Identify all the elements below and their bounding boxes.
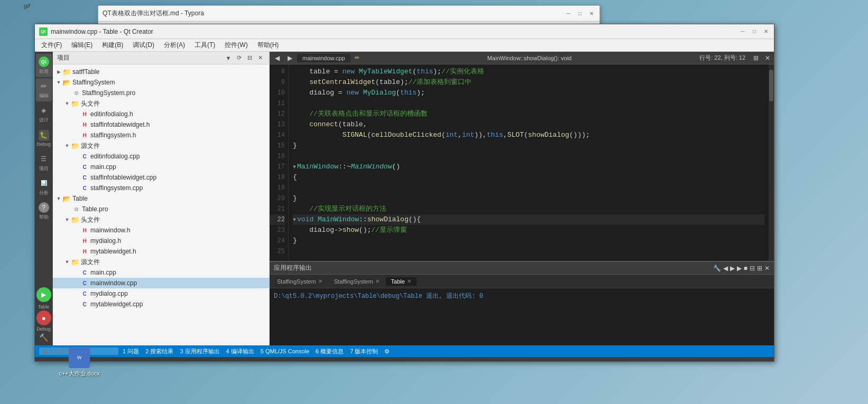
tree-sources-2[interactable]: ▼ 📁 源文件 xyxy=(53,257,269,267)
menu-help[interactable]: 帮助(H) xyxy=(253,40,283,51)
editor-file-tab[interactable]: mainwindow.cpp xyxy=(297,54,350,62)
tree-StaffingSystem[interactable]: ▼ 📂 StaffingSystem xyxy=(53,77,269,88)
Table-pro-label: Table.pro xyxy=(82,205,108,213)
code-content[interactable]: table = new MyTableWidget(this);//实例化表格 … xyxy=(289,64,769,261)
forward-btn[interactable]: ▶ xyxy=(284,53,295,63)
sidebar-design[interactable]: ◈ 设计 xyxy=(36,102,52,126)
status-settings-btn[interactable]: ⚙ xyxy=(382,348,392,355)
tab-staffingsystem-1-close[interactable]: ✕ xyxy=(318,278,322,284)
split-btn[interactable]: ⊞ xyxy=(751,53,761,63)
close-panel-btn[interactable]: ✕ xyxy=(255,53,265,63)
tree-staffinfotablewidget-h[interactable]: H staffinfotablewidget.h xyxy=(53,119,269,130)
tree-staffinfotablewidget-cpp[interactable]: C staffinfotablewidget.cpp xyxy=(53,172,269,183)
menu-tools[interactable]: 工具(T) xyxy=(190,40,219,51)
tree-headers-1[interactable]: ▼ 📁 头文件 xyxy=(53,98,269,109)
tree-staffingsystem-cpp[interactable]: C staffingsystem.cpp xyxy=(53,183,269,193)
headers-1-folder-icon: 📁 xyxy=(71,99,79,108)
tree-main-cpp-2[interactable]: C main.cpp xyxy=(53,267,269,278)
editor-close-btn[interactable]: ✕ xyxy=(763,54,772,62)
output-tab-staffingsystem-1[interactable]: StaffingSystem ✕ xyxy=(272,277,328,286)
tree-StaffingSystem-pro[interactable]: ⚙ StaffingSystem.pro xyxy=(53,88,269,98)
sync-btn[interactable]: ⟳ xyxy=(234,53,244,63)
cpp-file-icon-6: C xyxy=(80,279,89,287)
tree-sources-1[interactable]: ▼ 📁 源文件 xyxy=(53,140,269,151)
menu-edit[interactable]: 编辑(E) xyxy=(67,40,97,51)
sidebar-analyze[interactable]: 📊 分析 xyxy=(36,175,52,199)
output-expand-btn[interactable]: ⊞ xyxy=(757,265,762,272)
tree-main-cpp-1[interactable]: C main.cpp xyxy=(53,162,269,172)
back-btn[interactable]: ◀ xyxy=(272,53,282,63)
status-version-control[interactable]: 7 版本控制 xyxy=(348,347,380,355)
run-button[interactable]: ▶ xyxy=(36,287,51,302)
output-stop-btn[interactable]: ■ xyxy=(744,265,747,272)
typora-maximize-btn[interactable]: □ xyxy=(576,10,584,17)
status-app-output[interactable]: 3 应用程序输出 xyxy=(178,347,221,355)
tree-headers-2[interactable]: ▼ 📁 头文件 xyxy=(53,214,269,225)
output-toolbar-right: 🔧 ◀ ▶ ▶ ■ ⊟ ⊞ ✕ xyxy=(713,265,770,272)
qt-close-btn[interactable]: ✕ xyxy=(762,28,770,35)
stop-button[interactable]: ■ xyxy=(36,311,51,325)
qt-minimize-btn[interactable]: ─ xyxy=(739,28,746,35)
welcome-icon: Qt xyxy=(39,57,49,67)
menu-controls[interactable]: 控件(W) xyxy=(220,40,252,51)
code-editor[interactable]: 8 9 10 11 12 13 14 15 16 17 18 19 20 21 xyxy=(270,64,774,261)
sidebar-debug[interactable]: 🐛 Debug xyxy=(36,127,52,150)
line-12: 12 xyxy=(270,109,285,119)
editor-scroll-thumb[interactable] xyxy=(769,70,773,101)
tree-editinfodialog-cpp[interactable]: C editinfodialog.cpp xyxy=(53,151,269,162)
tree-mytablewidget-cpp[interactable]: C mytablewidget.cpp xyxy=(53,299,269,309)
editor-scrollbar[interactable] xyxy=(769,64,774,261)
tree-staffingsystem-h[interactable]: H staffingsystem.h xyxy=(53,130,269,140)
tree-mainwindow-cpp[interactable]: C mainwindow.cpp xyxy=(53,278,269,288)
pro-file-icon-1: ⚙ xyxy=(72,89,80,97)
collapse-btn[interactable]: ⊟ xyxy=(245,53,254,63)
desktop-icon-homework[interactable]: W c++大作业.docx xyxy=(58,347,100,378)
tree-Table[interactable]: ▼ 📂 Table xyxy=(53,193,269,204)
sidebar-help[interactable]: ? 帮助 xyxy=(36,200,52,223)
satffTable-folder-icon: 📁 xyxy=(62,68,71,76)
status-qml-console[interactable]: 5 QML/JS Console xyxy=(258,348,311,354)
tree-mainwindow-h[interactable]: H mainwindow.h xyxy=(53,225,269,236)
sidebar-welcome[interactable]: Qt 欢迎 xyxy=(36,54,52,77)
output-tab-staffingsystem-2[interactable]: StaffingSystem ✕ xyxy=(329,277,385,286)
filter-btn[interactable]: ▼ xyxy=(224,53,233,63)
typora-titlebar: QT表格双击弹出对话框.md - Typora ─ □ ✕ xyxy=(98,6,599,22)
project-panel-header: 项目 ▼ ⟳ ⊟ ✕ xyxy=(53,52,269,64)
StaffingSystem-label: StaffingSystem xyxy=(72,79,115,86)
tab-staffingsystem-2-close[interactable]: ✕ xyxy=(375,278,380,284)
staffingsystem-cpp-label: staffingsystem.cpp xyxy=(90,184,143,192)
qt-window-controls: ─ □ ✕ xyxy=(739,28,770,35)
output-prev-btn[interactable]: ◀ xyxy=(723,265,728,272)
tree-editinfodialog-h[interactable]: H editinfodialog.h xyxy=(53,109,269,119)
status-problems[interactable]: 1 问题 xyxy=(121,347,141,355)
qt-maximize-btn[interactable]: □ xyxy=(751,28,758,35)
satffTable-label: satffTable xyxy=(72,68,99,76)
tree-satffTable[interactable]: ▶ 📁 satffTable xyxy=(53,67,269,77)
output-close-panel-btn[interactable]: ✕ xyxy=(764,265,770,272)
menu-analyze[interactable]: 分析(A) xyxy=(160,40,189,51)
output-tab-table[interactable]: Table ✕ xyxy=(386,277,417,286)
tree-mydialog-cpp[interactable]: C mydialog.cpp xyxy=(53,288,269,299)
sidebar-project[interactable]: ☰ 项目 xyxy=(36,151,52,174)
build-button[interactable]: 🔨 xyxy=(36,334,51,341)
debug-run-label: Debug xyxy=(36,326,51,332)
output-toggle-btn[interactable]: ⊟ xyxy=(750,265,755,272)
tree-mydialog-h[interactable]: H mydialog.h xyxy=(53,236,269,246)
status-overview[interactable]: 6 概要信息 xyxy=(313,347,346,355)
code-line-24: } xyxy=(293,236,764,246)
tree-Table-pro[interactable]: ⚙ Table.pro xyxy=(53,204,269,214)
menu-build[interactable]: 构建(B) xyxy=(98,40,127,51)
tree-mytablewidget-h[interactable]: H mytablewidget.h xyxy=(53,246,269,257)
output-up-btn[interactable]: 🔧 xyxy=(713,265,721,272)
menu-debug[interactable]: 调试(D) xyxy=(128,40,159,51)
output-next-btn[interactable]: ▶ xyxy=(730,265,735,272)
status-compile-output[interactable]: 4 编译输出 xyxy=(224,347,256,355)
sidebar-edit[interactable]: ✏ 编辑 xyxy=(36,78,52,101)
menu-file[interactable]: 文件(F) xyxy=(37,40,66,51)
output-run-btn[interactable]: ▶ xyxy=(737,265,742,272)
tab-table-close[interactable]: ✕ xyxy=(407,278,411,284)
design-label: 设计 xyxy=(39,117,49,124)
status-search-results[interactable]: 2 搜索结果 xyxy=(143,347,176,355)
typora-close-btn[interactable]: ✕ xyxy=(588,10,595,17)
typora-minimize-btn[interactable]: ─ xyxy=(565,10,572,17)
